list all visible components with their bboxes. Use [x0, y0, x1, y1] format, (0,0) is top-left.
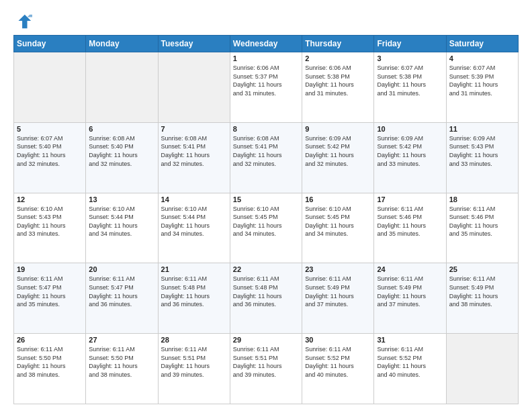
day-info: Sunrise: 6:07 AM Sunset: 5:40 PM Dayligh…: [17, 134, 83, 168]
day-info: Sunrise: 6:11 AM Sunset: 5:52 PM Dayligh…: [305, 345, 371, 379]
calendar-cell: 30Sunrise: 6:11 AM Sunset: 5:52 PM Dayli…: [302, 334, 374, 404]
calendar-header-saturday: Saturday: [446, 36, 518, 52]
calendar-cell: 6Sunrise: 6:08 AM Sunset: 5:40 PM Daylig…: [86, 122, 158, 193]
day-info: Sunrise: 6:11 AM Sunset: 5:47 PM Dayligh…: [17, 275, 83, 308]
day-info: Sunrise: 6:11 AM Sunset: 5:49 PM Dayligh…: [305, 275, 371, 308]
day-info: Sunrise: 6:08 AM Sunset: 5:41 PM Dayligh…: [233, 134, 299, 168]
calendar-cell: 15Sunrise: 6:10 AM Sunset: 5:45 PM Dayli…: [230, 193, 302, 263]
day-number: 15: [233, 195, 299, 203]
calendar-cell: [14, 52, 86, 123]
calendar-cell: 23Sunrise: 6:11 AM Sunset: 5:49 PM Dayli…: [302, 263, 374, 334]
day-number: 19: [17, 265, 83, 273]
calendar-header-monday: Monday: [86, 36, 158, 52]
calendar-cell: 2Sunrise: 6:06 AM Sunset: 5:38 PM Daylig…: [302, 52, 374, 123]
day-info: Sunrise: 6:10 AM Sunset: 5:44 PM Dayligh…: [89, 205, 154, 238]
logo-icon: [13, 12, 32, 31]
calendar-cell: 5Sunrise: 6:07 AM Sunset: 5:40 PM Daylig…: [14, 122, 86, 193]
calendar-cell: 26Sunrise: 6:11 AM Sunset: 5:50 PM Dayli…: [14, 334, 86, 404]
calendar-cell: 11Sunrise: 6:09 AM Sunset: 5:43 PM Dayli…: [446, 122, 518, 193]
day-number: 29: [233, 336, 299, 344]
day-info: Sunrise: 6:09 AM Sunset: 5:43 PM Dayligh…: [449, 134, 515, 168]
day-info: Sunrise: 6:08 AM Sunset: 5:40 PM Dayligh…: [89, 134, 154, 168]
logo: [13, 12, 35, 31]
day-info: Sunrise: 6:11 AM Sunset: 5:50 PM Dayligh…: [89, 345, 154, 379]
calendar-cell: 27Sunrise: 6:11 AM Sunset: 5:50 PM Dayli…: [86, 334, 158, 404]
day-number: 7: [161, 125, 227, 133]
day-number: 11: [449, 125, 515, 133]
day-number: 28: [161, 336, 227, 344]
day-number: 13: [89, 195, 154, 203]
calendar-cell: 28Sunrise: 6:11 AM Sunset: 5:51 PM Dayli…: [158, 334, 230, 404]
calendar-cell: 18Sunrise: 6:11 AM Sunset: 5:46 PM Dayli…: [446, 193, 518, 263]
calendar-cell: 24Sunrise: 6:11 AM Sunset: 5:49 PM Dayli…: [374, 263, 446, 334]
day-number: 22: [233, 265, 299, 273]
day-info: Sunrise: 6:09 AM Sunset: 5:42 PM Dayligh…: [305, 134, 371, 168]
calendar-week-row: 26Sunrise: 6:11 AM Sunset: 5:50 PM Dayli…: [14, 334, 519, 404]
day-info: Sunrise: 6:11 AM Sunset: 5:51 PM Dayligh…: [161, 345, 227, 379]
day-number: 20: [89, 265, 154, 273]
calendar-cell: 29Sunrise: 6:11 AM Sunset: 5:51 PM Dayli…: [230, 334, 302, 404]
page: SundayMondayTuesdayWednesdayThursdayFrid…: [0, 0, 532, 411]
calendar-week-row: 19Sunrise: 6:11 AM Sunset: 5:47 PM Dayli…: [14, 263, 519, 334]
day-info: Sunrise: 6:11 AM Sunset: 5:47 PM Dayligh…: [89, 275, 154, 308]
day-number: 3: [377, 54, 443, 62]
calendar-cell: 17Sunrise: 6:11 AM Sunset: 5:46 PM Dayli…: [374, 193, 446, 263]
day-number: 26: [17, 336, 83, 344]
calendar-cell: [86, 52, 158, 123]
day-number: 17: [377, 195, 443, 203]
day-number: 4: [449, 54, 515, 62]
day-info: Sunrise: 6:11 AM Sunset: 5:50 PM Dayligh…: [17, 345, 83, 379]
day-number: 16: [305, 195, 371, 203]
calendar-cell: 21Sunrise: 6:11 AM Sunset: 5:48 PM Dayli…: [158, 263, 230, 334]
svg-marker-1: [28, 15, 32, 17]
day-number: 6: [89, 125, 154, 133]
calendar-cell: 12Sunrise: 6:10 AM Sunset: 5:43 PM Dayli…: [14, 193, 86, 263]
day-info: Sunrise: 6:10 AM Sunset: 5:45 PM Dayligh…: [305, 205, 371, 238]
day-number: 23: [305, 265, 371, 273]
day-info: Sunrise: 6:11 AM Sunset: 5:49 PM Dayligh…: [449, 275, 515, 308]
day-info: Sunrise: 6:10 AM Sunset: 5:43 PM Dayligh…: [17, 205, 83, 238]
calendar-header-tuesday: Tuesday: [158, 36, 230, 52]
day-info: Sunrise: 6:08 AM Sunset: 5:41 PM Dayligh…: [161, 134, 227, 168]
calendar-cell: [446, 334, 518, 404]
calendar-week-row: 1Sunrise: 6:06 AM Sunset: 5:37 PM Daylig…: [14, 52, 519, 123]
calendar-cell: [158, 52, 230, 123]
day-number: 25: [449, 265, 515, 273]
day-info: Sunrise: 6:11 AM Sunset: 5:52 PM Dayligh…: [377, 345, 443, 379]
day-info: Sunrise: 6:06 AM Sunset: 5:38 PM Dayligh…: [305, 64, 371, 97]
calendar-cell: 10Sunrise: 6:09 AM Sunset: 5:42 PM Dayli…: [374, 122, 446, 193]
day-number: 2: [305, 54, 371, 62]
day-info: Sunrise: 6:07 AM Sunset: 5:38 PM Dayligh…: [377, 64, 443, 97]
calendar-cell: 14Sunrise: 6:10 AM Sunset: 5:44 PM Dayli…: [158, 193, 230, 263]
day-number: 1: [233, 54, 299, 62]
day-number: 10: [377, 125, 443, 133]
calendar-cell: 4Sunrise: 6:07 AM Sunset: 5:39 PM Daylig…: [446, 52, 518, 123]
calendar-cell: 9Sunrise: 6:09 AM Sunset: 5:42 PM Daylig…: [302, 122, 374, 193]
calendar-cell: 16Sunrise: 6:10 AM Sunset: 5:45 PM Dayli…: [302, 193, 374, 263]
day-number: 31: [377, 336, 443, 344]
calendar-header-wednesday: Wednesday: [230, 36, 302, 52]
header: [13, 12, 519, 31]
day-number: 27: [89, 336, 154, 344]
calendar-cell: 13Sunrise: 6:10 AM Sunset: 5:44 PM Dayli…: [86, 193, 158, 263]
day-number: 5: [17, 125, 83, 133]
calendar-table: SundayMondayTuesdayWednesdayThursdayFrid…: [13, 35, 519, 404]
calendar-cell: 7Sunrise: 6:08 AM Sunset: 5:41 PM Daylig…: [158, 122, 230, 193]
day-number: 24: [377, 265, 443, 273]
day-number: 8: [233, 125, 299, 133]
calendar-cell: 1Sunrise: 6:06 AM Sunset: 5:37 PM Daylig…: [230, 52, 302, 123]
calendar-cell: 8Sunrise: 6:08 AM Sunset: 5:41 PM Daylig…: [230, 122, 302, 193]
calendar-week-row: 12Sunrise: 6:10 AM Sunset: 5:43 PM Dayli…: [14, 193, 519, 263]
day-info: Sunrise: 6:09 AM Sunset: 5:42 PM Dayligh…: [377, 134, 443, 168]
day-info: Sunrise: 6:11 AM Sunset: 5:48 PM Dayligh…: [161, 275, 227, 308]
day-number: 30: [305, 336, 371, 344]
calendar-week-row: 5Sunrise: 6:07 AM Sunset: 5:40 PM Daylig…: [14, 122, 519, 193]
calendar-cell: 22Sunrise: 6:11 AM Sunset: 5:48 PM Dayli…: [230, 263, 302, 334]
day-number: 14: [161, 195, 227, 203]
calendar-cell: 31Sunrise: 6:11 AM Sunset: 5:52 PM Dayli…: [374, 334, 446, 404]
day-number: 18: [449, 195, 515, 203]
day-number: 12: [17, 195, 83, 203]
calendar-cell: 3Sunrise: 6:07 AM Sunset: 5:38 PM Daylig…: [374, 52, 446, 123]
calendar-header-sunday: Sunday: [14, 36, 86, 52]
day-number: 21: [161, 265, 227, 273]
